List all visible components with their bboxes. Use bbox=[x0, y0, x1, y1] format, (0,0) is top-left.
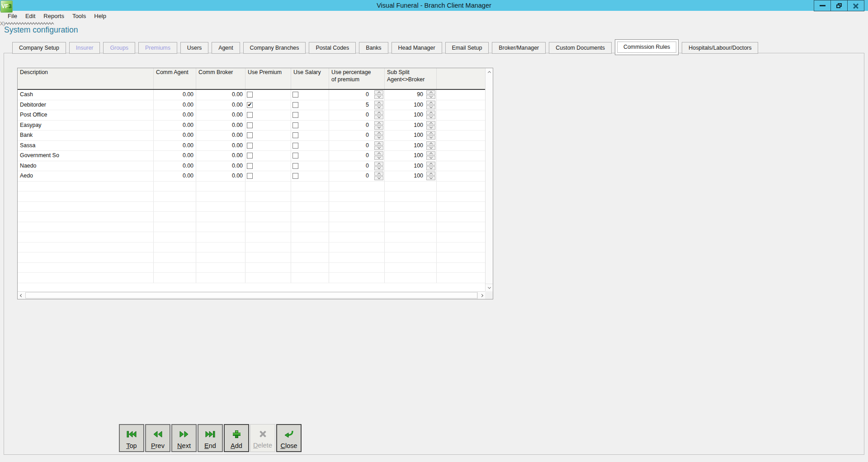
percentage-spinner[interactable] bbox=[374, 141, 383, 150]
percentage-spinner[interactable] bbox=[374, 172, 383, 180]
table-row[interactable]: Bank0.000.000100 bbox=[18, 131, 485, 141]
horizontal-scroll-thumb[interactable] bbox=[25, 292, 477, 299]
cell-comm-agent[interactable]: 0.00 bbox=[154, 110, 196, 120]
percentage-spinner[interactable] bbox=[374, 90, 383, 99]
cell-comm-broker[interactable]: 0.00 bbox=[196, 90, 245, 100]
cell-comm-broker[interactable]: 0.00 bbox=[196, 141, 245, 151]
spinner-down-button[interactable] bbox=[374, 105, 383, 109]
sub-split-spinner[interactable] bbox=[426, 111, 435, 119]
tab-premiums[interactable]: Premiums bbox=[138, 42, 177, 54]
top-button[interactable]: Top bbox=[119, 424, 144, 452]
spinner-down-button[interactable] bbox=[426, 135, 435, 140]
menu-tools[interactable]: Tools bbox=[68, 11, 90, 21]
spinner-up-button[interactable] bbox=[426, 90, 435, 94]
sub-split-spinner[interactable] bbox=[426, 162, 435, 170]
spinner-up-button[interactable] bbox=[426, 172, 435, 176]
cell-comm-agent[interactable]: 0.00 bbox=[154, 171, 196, 181]
spinner-up-button[interactable] bbox=[374, 131, 383, 135]
use-premium-checkbox[interactable] bbox=[247, 163, 253, 169]
cell-comm-agent[interactable]: 0.00 bbox=[154, 121, 196, 131]
cell-description[interactable]: Cash bbox=[18, 90, 154, 100]
cell-comm-broker[interactable]: 0.00 bbox=[196, 161, 245, 171]
use-salary-checkbox[interactable] bbox=[292, 143, 298, 149]
use-premium-checkbox[interactable] bbox=[247, 112, 253, 118]
use-premium-checkbox[interactable] bbox=[247, 132, 253, 138]
cell-comm-agent[interactable]: 0.00 bbox=[154, 141, 196, 151]
use-premium-checkbox[interactable] bbox=[247, 122, 253, 128]
cell-comm-agent[interactable]: 0.00 bbox=[154, 161, 196, 171]
tab-email-setup[interactable]: Email Setup bbox=[445, 42, 489, 54]
use-salary-checkbox[interactable] bbox=[292, 163, 298, 169]
sub-split-spinner[interactable] bbox=[426, 172, 435, 180]
spinner-down-button[interactable] bbox=[426, 115, 435, 119]
spinner-up-button[interactable] bbox=[374, 172, 383, 176]
spinner-down-button[interactable] bbox=[374, 115, 383, 119]
cell-description[interactable]: Government So bbox=[18, 151, 154, 161]
tab-commission-rules[interactable]: Commission Rules bbox=[615, 39, 679, 55]
cell-comm-agent[interactable]: 0.00 bbox=[154, 151, 196, 161]
scroll-down-button[interactable] bbox=[486, 284, 493, 291]
spinner-down-button[interactable] bbox=[374, 126, 383, 130]
empty-table-row[interactable] bbox=[18, 222, 485, 233]
spinner-up-button[interactable] bbox=[374, 90, 383, 94]
use-salary-checkbox[interactable] bbox=[292, 153, 298, 159]
tab-insurer[interactable]: Insurer bbox=[69, 42, 100, 54]
tab-custom-documents[interactable]: Custom Documents bbox=[549, 42, 612, 54]
cell-description[interactable]: Bank bbox=[18, 131, 154, 140]
sub-split-spinner[interactable] bbox=[426, 151, 435, 160]
empty-table-row[interactable] bbox=[18, 263, 485, 273]
sub-split-spinner[interactable] bbox=[426, 101, 435, 109]
use-salary-checkbox[interactable] bbox=[292, 102, 298, 108]
table-row[interactable]: Cash0.000.00090 bbox=[18, 90, 485, 100]
use-salary-checkbox[interactable] bbox=[292, 173, 298, 179]
spinner-up-button[interactable] bbox=[374, 151, 383, 155]
cell-description[interactable]: Debitorder bbox=[18, 100, 154, 110]
cell-description[interactable]: Naedo bbox=[18, 161, 154, 171]
spinner-down-button[interactable] bbox=[426, 95, 435, 99]
empty-table-row[interactable] bbox=[18, 202, 485, 212]
vertical-scrollbar[interactable] bbox=[485, 68, 493, 291]
spinner-down-button[interactable] bbox=[426, 176, 435, 180]
percentage-spinner[interactable] bbox=[374, 151, 383, 160]
sub-split-spinner[interactable] bbox=[426, 131, 435, 140]
use-premium-checkbox[interactable]: ✔ bbox=[247, 102, 253, 108]
percentage-spinner[interactable] bbox=[374, 111, 383, 119]
tab-agent[interactable]: Agent bbox=[212, 42, 240, 54]
spinner-up-button[interactable] bbox=[426, 101, 435, 105]
spinner-down-button[interactable] bbox=[374, 176, 383, 180]
empty-table-row[interactable] bbox=[18, 212, 485, 222]
tab-broker-manager[interactable]: Broker/Manager bbox=[492, 42, 546, 54]
spinner-up-button[interactable] bbox=[426, 151, 435, 155]
sub-split-spinner[interactable] bbox=[426, 90, 435, 99]
next-button[interactable]: Next bbox=[171, 424, 197, 452]
spinner-down-button[interactable] bbox=[374, 166, 383, 170]
spinner-down-button[interactable] bbox=[426, 126, 435, 130]
cell-comm-broker[interactable]: 0.00 bbox=[196, 131, 245, 140]
spinner-up-button[interactable] bbox=[374, 121, 383, 125]
scroll-right-button[interactable] bbox=[477, 292, 485, 299]
cell-description[interactable]: Post Office bbox=[18, 110, 154, 120]
cell-description[interactable]: Easypay bbox=[18, 121, 154, 131]
sub-split-spinner[interactable] bbox=[426, 121, 435, 130]
spinner-up-button[interactable] bbox=[426, 162, 435, 166]
empty-table-row[interactable] bbox=[18, 252, 485, 263]
spinner-down-button[interactable] bbox=[374, 156, 383, 160]
spinner-up-button[interactable] bbox=[426, 131, 435, 135]
cell-description[interactable]: Aedo bbox=[18, 171, 154, 181]
menu-reports[interactable]: Reports bbox=[39, 11, 68, 21]
cell-comm-broker[interactable]: 0.00 bbox=[196, 171, 245, 181]
percentage-spinner[interactable] bbox=[374, 121, 383, 130]
spinner-down-button[interactable] bbox=[426, 156, 435, 160]
minimize-button[interactable] bbox=[814, 0, 831, 11]
tab-postal-codes[interactable]: Postal Codes bbox=[309, 42, 356, 54]
cell-comm-broker[interactable]: 0.00 bbox=[196, 100, 245, 110]
tab-company-setup[interactable]: Company Setup bbox=[12, 42, 66, 54]
spinner-down-button[interactable] bbox=[426, 166, 435, 170]
tab-head-manager[interactable]: Head Manager bbox=[392, 42, 442, 54]
percentage-spinner[interactable] bbox=[374, 101, 383, 109]
spinner-up-button[interactable] bbox=[374, 141, 383, 145]
tab-hospitals-labour-doctors[interactable]: Hospitals/Labour/Doctors bbox=[682, 42, 758, 54]
percentage-spinner[interactable] bbox=[374, 162, 383, 170]
cell-comm-broker[interactable]: 0.00 bbox=[196, 110, 245, 120]
table-row[interactable]: Easypay0.000.000100 bbox=[18, 121, 485, 131]
